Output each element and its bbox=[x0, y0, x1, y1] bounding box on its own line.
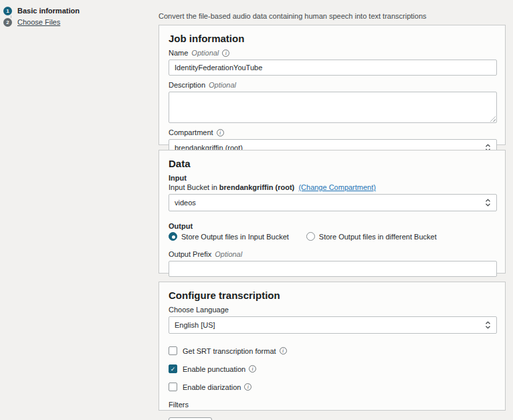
info-icon[interactable]: i bbox=[249, 365, 256, 373]
job-information-title: Job information bbox=[169, 33, 496, 44]
change-compartment-link[interactable]: (Change Compartment) bbox=[298, 183, 376, 191]
input-label: Input bbox=[169, 174, 187, 182]
chevron-up-down-icon bbox=[485, 321, 491, 329]
input-label-row: Input bbox=[169, 174, 496, 182]
step-label-choose-files[interactable]: Choose Files bbox=[17, 18, 60, 26]
info-icon[interactable]: i bbox=[244, 383, 251, 391]
diarization-label: Enable diarization bbox=[183, 383, 241, 391]
input-bucket-select-value: videos bbox=[175, 199, 196, 207]
radio-store-in-input-bucket[interactable]: Store Output files in Input Bucket bbox=[169, 232, 289, 241]
filters-label-row: Filters bbox=[169, 401, 496, 409]
wizard-step-basic-information[interactable]: 1 Basic information bbox=[3, 5, 80, 16]
configure-transcription-panel: Configure transcription Choose Language … bbox=[159, 282, 506, 411]
diarization-checkbox-row: Enable diarization i bbox=[169, 383, 496, 391]
filters-label: Filters bbox=[169, 401, 189, 409]
info-icon[interactable]: i bbox=[280, 347, 287, 354]
name-label: Name bbox=[169, 49, 188, 57]
diarization-checkbox[interactable] bbox=[169, 383, 177, 391]
output-label: Output bbox=[169, 222, 193, 230]
input-bucket-prefix: Input Bucket in bbox=[169, 183, 217, 191]
resize-handle-icon[interactable] bbox=[490, 116, 496, 122]
name-input[interactable] bbox=[169, 60, 497, 76]
description-label: Description bbox=[169, 81, 205, 89]
radio-selected-icon[interactable] bbox=[169, 232, 177, 241]
name-optional-label: Optional bbox=[191, 49, 219, 57]
srt-format-checkbox-row: Get SRT transcription format i bbox=[169, 346, 496, 355]
checkmark-icon: ✓ bbox=[171, 366, 176, 373]
input-bucket-select[interactable]: videos bbox=[169, 194, 497, 211]
description-optional-label: Optional bbox=[209, 81, 236, 89]
step-label-basic-information: Basic information bbox=[17, 7, 80, 15]
language-label-row: Choose Language bbox=[169, 306, 496, 314]
output-prefix-label-row: Output Prefix Optional bbox=[169, 250, 496, 258]
compartment-label: Compartment bbox=[169, 128, 213, 136]
punctuation-checkbox[interactable]: ✓ bbox=[169, 364, 177, 373]
radio-store-in-different-bucket-label: Store Output files in different Bucket bbox=[319, 233, 437, 241]
wizard-step-choose-files[interactable]: 2 Choose Files bbox=[3, 17, 80, 27]
srt-format-checkbox[interactable] bbox=[169, 346, 177, 355]
language-select[interactable]: English [US] bbox=[169, 316, 497, 334]
punctuation-label: Enable punctuation bbox=[183, 365, 245, 373]
input-bucket-compartment: brendankgriffin (root) bbox=[219, 183, 294, 191]
data-title: Data bbox=[169, 158, 496, 169]
radio-store-in-input-bucket-label: Store Output files in Input Bucket bbox=[181, 233, 289, 241]
wizard-steps: 1 Basic information 2 Choose Files bbox=[3, 5, 80, 28]
input-bucket-label-row: Input Bucket in brendankgriffin (root) (… bbox=[169, 183, 496, 191]
step-number-badge: 1 bbox=[3, 7, 12, 15]
configure-transcription-title: Configure transcription bbox=[169, 290, 496, 301]
description-textarea[interactable] bbox=[169, 92, 497, 123]
data-panel: Data Input Input Bucket in brendankgriff… bbox=[159, 150, 506, 274]
output-prefix-label: Output Prefix bbox=[169, 250, 211, 258]
punctuation-checkbox-row: ✓ Enable punctuation i bbox=[169, 364, 496, 373]
radio-store-in-different-bucket[interactable]: Store Output files in different Bucket bbox=[306, 232, 437, 241]
chevron-up-down-icon bbox=[485, 199, 491, 207]
output-label-row: Output bbox=[169, 222, 496, 230]
job-information-panel: Job information Name Optional i Descript… bbox=[159, 25, 506, 145]
step-number-badge: 2 bbox=[3, 18, 12, 27]
page-description: Convert the file-based audio data contai… bbox=[159, 12, 427, 20]
output-prefix-input[interactable] bbox=[169, 261, 497, 277]
output-prefix-optional-label: Optional bbox=[215, 250, 242, 258]
choose-language-label: Choose Language bbox=[169, 306, 229, 314]
description-label-row: Description Optional bbox=[169, 81, 496, 89]
radio-unselected-icon[interactable] bbox=[306, 232, 315, 241]
name-label-row: Name Optional i bbox=[169, 49, 496, 57]
add-filter-button[interactable]: Add filter bbox=[169, 417, 212, 420]
info-icon[interactable]: i bbox=[217, 129, 224, 136]
srt-format-label: Get SRT transcription format bbox=[183, 347, 276, 355]
output-bucket-radio-group: Store Output files in Input Bucket Store… bbox=[169, 232, 496, 241]
compartment-label-row: Compartment i bbox=[169, 128, 496, 136]
info-icon[interactable]: i bbox=[222, 49, 229, 57]
language-select-value: English [US] bbox=[175, 321, 215, 329]
